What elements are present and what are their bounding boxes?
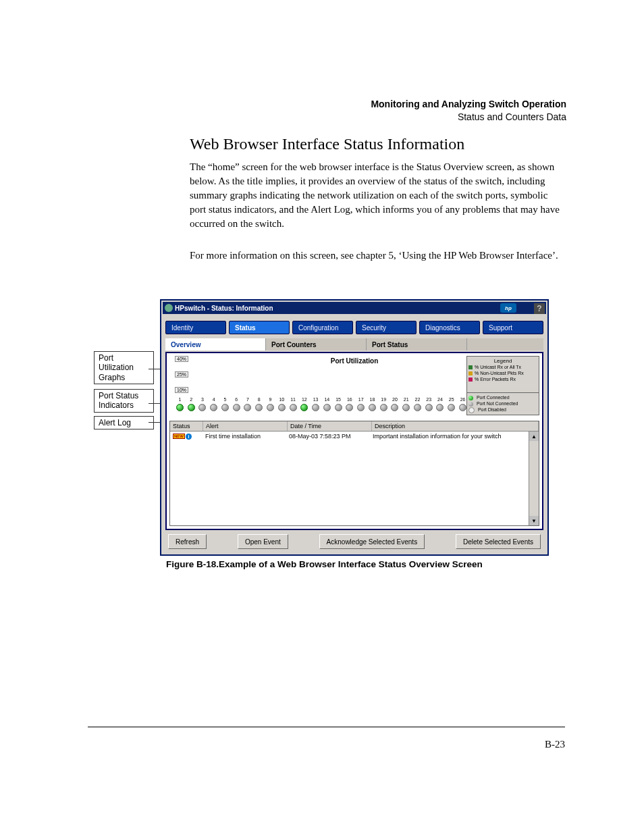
port-number: 9 (265, 397, 275, 402)
port-7[interactable]: 7 (243, 397, 253, 414)
port-led-icon (391, 404, 398, 411)
port-led-icon (221, 404, 229, 411)
led-not-connected-icon (468, 402, 473, 407)
sub-tab-port-counters[interactable]: Port Counters (266, 338, 367, 350)
legend-label: Port Connected (477, 395, 510, 400)
port-4[interactable]: 4 (209, 397, 219, 414)
legend-port-not-connected: Port Not Connected (468, 400, 537, 407)
port-8[interactable]: 8 (254, 397, 264, 414)
port-number: 2 (186, 397, 196, 402)
section-title: Web Browser Interface Status Information (190, 135, 464, 153)
port-led-icon (436, 404, 444, 411)
port-22[interactable]: 22 (412, 397, 423, 414)
port-number: 1 (175, 397, 185, 402)
port-6[interactable]: 6 (232, 397, 242, 414)
port-number: 21 (401, 397, 411, 402)
port-9[interactable]: 9 (265, 397, 275, 414)
scroll-down-icon[interactable]: ▼ (529, 516, 539, 525)
nav-tab-security[interactable]: Security (356, 321, 417, 334)
port-number: 15 (333, 397, 344, 402)
legend-label: Port Disabled (478, 407, 506, 412)
body-paragraph-2: For more information on this screen, see… (190, 249, 561, 263)
port-number: 11 (288, 397, 298, 402)
port-3[interactable]: 3 (198, 397, 208, 414)
figure-caption: Figure B-18.Example of a Web Browser Int… (166, 559, 483, 569)
port-number: 14 (322, 397, 332, 402)
ports-row: 1234567891011121314151617181920212223242… (175, 394, 468, 414)
col-alert[interactable]: Alert (203, 421, 288, 431)
info-icon: i (186, 434, 192, 440)
acknowledge-button[interactable]: Acknowledge Selected Events (319, 534, 425, 549)
port-led-icon (278, 404, 286, 411)
scrollbar[interactable]: ▲ ▼ (529, 432, 539, 525)
port-20[interactable]: 20 (390, 397, 400, 414)
port-25[interactable]: 25 (446, 397, 456, 414)
callout-port-status: Port Status Indicators (94, 389, 154, 413)
footer-rule (88, 727, 565, 727)
port-number: 19 (379, 397, 389, 402)
port-24[interactable]: 24 (435, 397, 446, 414)
port-led-icon (198, 404, 206, 411)
port-15[interactable]: 15 (333, 397, 344, 414)
port-number: 5 (220, 397, 230, 402)
port-number: 10 (277, 397, 287, 402)
port-number: 18 (367, 397, 377, 402)
sub-tab-port-status[interactable]: Port Status (367, 338, 467, 350)
nav-tab-support[interactable]: Support (483, 321, 543, 334)
alert-log-table: Status Alert Date / Time Description NEW… (169, 421, 539, 526)
header-line-1: Monitoring and Analyzing Switch Operatio… (371, 98, 566, 111)
port-1[interactable]: 1 (175, 397, 185, 414)
port-11[interactable]: 11 (288, 397, 298, 414)
port-5[interactable]: 5 (220, 397, 230, 414)
table-row[interactable]: NEW i First time installation 08-May-03 … (170, 432, 539, 441)
port-led-icon (380, 404, 387, 411)
scroll-up-icon[interactable]: ▲ (529, 432, 539, 441)
port-led-connected-icon (188, 404, 195, 411)
body-paragraph-1: The “home” screen for the web browser in… (190, 160, 561, 231)
port-number: 4 (209, 397, 219, 402)
port-led-connected-icon (176, 404, 184, 411)
col-description[interactable]: Description (372, 421, 539, 431)
port-led-icon (335, 404, 342, 411)
nav-tab-identity[interactable]: Identity (165, 321, 226, 334)
nav-tab-configuration[interactable]: Configuration (292, 321, 353, 334)
led-connected-icon (468, 396, 473, 400)
cell-datetime: 08-May-03 7:58:23 PM (286, 432, 370, 440)
nav-tab-diagnostics[interactable]: Diagnostics (419, 321, 480, 334)
nav-tab-status[interactable]: Status (229, 321, 290, 334)
page-number: B-23 (545, 739, 565, 750)
port-led-icon (233, 404, 240, 411)
col-status[interactable]: Status (170, 421, 203, 431)
port-23[interactable]: 23 (424, 397, 434, 414)
port-led-icon (210, 404, 217, 411)
col-datetime[interactable]: Date / Time (288, 421, 372, 431)
pct-40: 40% (175, 356, 188, 362)
help-icon[interactable]: ? (534, 303, 545, 314)
java-cup-icon (165, 304, 173, 312)
port-21[interactable]: 21 (401, 397, 411, 414)
port-2[interactable]: 2 (186, 397, 196, 414)
port-12[interactable]: 12 (299, 397, 309, 414)
button-row: Refresh Open Event Acknowledge Selected … (168, 534, 541, 549)
port-number: 22 (412, 397, 423, 402)
port-14[interactable]: 14 (322, 397, 332, 414)
port-16[interactable]: 16 (344, 397, 354, 414)
port-led-icon (357, 404, 365, 411)
port-10[interactable]: 10 (277, 397, 287, 414)
port-led-icon (448, 404, 455, 411)
open-event-button[interactable]: Open Event (238, 534, 288, 549)
legend-label: % Error Packets Rx (475, 377, 516, 383)
legend-swatch-icon (468, 377, 473, 382)
port-19[interactable]: 19 (379, 397, 389, 414)
port-13[interactable]: 13 (311, 397, 321, 414)
refresh-button[interactable]: Refresh (168, 534, 207, 549)
legend-swatch-icon (468, 371, 473, 375)
table-header-row: Status Alert Date / Time Description (170, 421, 539, 432)
utilization-legend: Legend % Unicast Rx or All Tx % Non-Unic… (466, 356, 539, 394)
port-17[interactable]: 17 (356, 397, 366, 414)
delete-events-button[interactable]: Delete Selected Events (456, 534, 541, 549)
port-18[interactable]: 18 (367, 397, 377, 414)
port-number: 20 (390, 397, 400, 402)
sub-tab-overview[interactable]: Overview (165, 338, 266, 350)
main-nav: Identity Status Configuration Security D… (165, 321, 543, 334)
